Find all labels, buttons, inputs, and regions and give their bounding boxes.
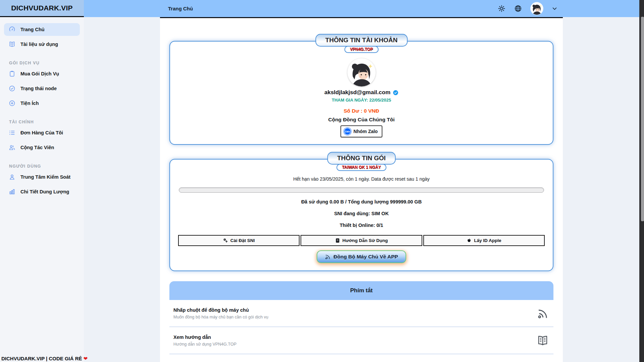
sidebar-item-cong-tac-vien[interactable]: Cộng Tác Viên: [4, 141, 80, 154]
package-card-badge: TAIWAN OK 1 NGÀY: [336, 164, 387, 171]
package-card-title: THÔNG TIN GÓI: [327, 152, 396, 165]
page-scrollbar: [639, 0, 644, 362]
sync-server-to-app-button[interactable]: Đồng Bộ Máy Chủ Về APP: [317, 250, 406, 263]
sidebar-item-label: Tài liệu sử dụng: [20, 42, 58, 47]
package-buttons-row: Cài Đặt SNI Hướng Dẫn Sử Dụng Lấy ID App…: [178, 235, 545, 246]
sidebar-item-don-hang[interactable]: Đơn Hàng Của Tôi: [4, 126, 80, 139]
shortcut-view-guide[interactable]: Xem hướng dẫn Hướng dẫn sử dụng VPN4G.TO…: [169, 327, 553, 354]
open-book-icon: [537, 335, 549, 347]
sidebar-item-label: Đơn Hàng Của Tôi: [20, 130, 63, 135]
page-title: Trang Chủ: [168, 6, 193, 11]
account-card-badge: VPN4G.TOP: [344, 46, 378, 53]
community-label: Cộng Đồng Của Chúng Tôi: [179, 117, 543, 123]
sidebar: Trang Chủ Tài liệu sử dụng GÓI DỊCH VỤ M…: [0, 17, 84, 362]
set-sni-button[interactable]: Cài Đặt SNI: [178, 235, 300, 246]
settings-gear-icon[interactable]: [498, 5, 505, 12]
book-icon: [9, 41, 15, 48]
account-card-title: THÔNG TIN TÀI KHOẢN: [315, 34, 408, 47]
check-circle-icon: [9, 85, 15, 92]
sidebar-item-label: Cộng Tác Viên: [20, 145, 54, 150]
zalo-group-button[interactable]: Zalo Nhóm Zalo: [340, 125, 382, 137]
shortcuts-section: Phím tắt Nhấp chuột để đồng bộ máy chủ M…: [169, 281, 553, 362]
sidebar-item-trang-thai-node[interactable]: Trạng thái node: [4, 82, 80, 95]
account-joined-date: THAM GIA NGÀY: 22/05/2025: [179, 98, 543, 103]
manual-icon: [335, 238, 340, 243]
sidebar-item-label: Trang Chủ: [20, 27, 45, 32]
top-bar-actions: [498, 0, 557, 17]
sidebar-item-label: Trạng thái node: [20, 86, 57, 91]
apple-icon: [467, 238, 472, 243]
data-usage-progressbar: [179, 187, 544, 193]
package-info-card: THÔNG TIN GÓI TAIWAN OK 1 NGÀY Hết hạn v…: [169, 159, 553, 271]
chevron-down-icon[interactable]: [552, 6, 557, 11]
clipboard-icon: [9, 70, 15, 77]
account-balance: Số Dư : 0 VNĐ: [179, 108, 543, 114]
get-apple-id-button[interactable]: Lấy ID Apple: [423, 235, 545, 246]
person-icon: [9, 174, 15, 180]
sidebar-section-tai-chinh: TÀI CHÍNH: [9, 120, 75, 124]
speedometer-icon: [9, 26, 15, 33]
scrollbar-thumb[interactable]: [641, 17, 644, 221]
package-devices-text: Thiết bị Online: 0/1: [178, 223, 545, 228]
plus-circle-icon: [9, 100, 15, 107]
zalo-button-label: Nhóm Zalo: [354, 129, 378, 134]
rss-icon: [325, 254, 331, 260]
top-bar-main: Trang Chủ: [84, 0, 644, 17]
sidebar-item-tai-lieu[interactable]: Tài liệu sử dụng: [4, 38, 80, 51]
sidebar-footer: DICHVUDARK.VIP | CODE GIÁ RẺ ❤: [1, 356, 88, 362]
footer-text: DICHVUDARK.VIP | CODE GIÁ RẺ: [1, 356, 82, 361]
user-avatar[interactable]: [531, 2, 543, 15]
sidebar-item-chi-tiet-dung-luong[interactable]: Chi Tiết Dung Lượng: [4, 185, 80, 198]
usage-guide-button[interactable]: Hướng Dẫn Sử Dụng: [301, 235, 422, 246]
sidebar-item-label: Chi Tiết Dung Lượng: [20, 189, 69, 194]
sidebar-item-tien-ich[interactable]: Tiện Ích: [4, 97, 80, 110]
account-avatar: [347, 58, 376, 86]
shortcut-set-sni[interactable]: Cài Đặt SNI Cài đặt nhanh SNI của bạn ch…: [169, 354, 553, 362]
account-info-card: THÔNG TIN TÀI KHOẢN VPN4G.TOP aksldjlakj…: [169, 41, 553, 145]
page-column: THÔNG TIN TÀI KHOẢN VPN4G.TOP aksldjlakj…: [160, 17, 563, 362]
verified-badge-icon: [393, 90, 398, 96]
sidebar-item-trang-chu[interactable]: Trang Chủ: [4, 23, 80, 36]
package-usage-text: Đã sử dụng 0.00 B / Tổng dung lượng 9999…: [178, 199, 545, 204]
sidebar-item-label: Trung Tâm Kiểm Soát: [20, 174, 70, 180]
people-icon: [9, 144, 15, 151]
app-logo: DICHVUDARK.VIP: [0, 0, 84, 17]
shortcut-sync-server[interactable]: Nhấp chuột để đồng bộ máy chủ Muốn đồng …: [169, 300, 553, 327]
main-content: THÔNG TIN TÀI KHOẢN VPN4G.TOP aksldjlakj…: [84, 17, 644, 362]
rss-icon: [537, 307, 549, 319]
sidebar-section-goi-dich-vu: GÓI DỊCH VỤ: [9, 61, 75, 65]
account-email: aksldjlakjsd@gmail.com: [179, 89, 543, 96]
bar-chart-icon: [9, 188, 15, 195]
sidebar-item-label: Tiện Ích: [20, 101, 39, 106]
zalo-icon: Zalo: [344, 128, 351, 135]
language-globe-icon[interactable]: [514, 5, 522, 12]
gears-icon: [223, 238, 228, 243]
list-icon: [9, 129, 15, 136]
sidebar-item-label: Mua Gói Dịch Vụ: [20, 71, 59, 76]
shortcuts-header: Phím tắt: [169, 281, 553, 300]
package-sni-text: SNI đang dùng: SIM OK: [178, 211, 545, 216]
sidebar-section-nguoi-dung: NGƯỜI DÙNG: [9, 164, 75, 169]
top-bar: DICHVUDARK.VIP Trang Chủ: [0, 0, 644, 17]
sidebar-item-trung-tam-kiem-soat[interactable]: Trung Tâm Kiểm Soát: [4, 171, 80, 183]
sidebar-item-mua-goi[interactable]: Mua Gói Dịch Vụ: [4, 67, 80, 80]
package-expiry-text: Hết hạn vào 23/05/2025, còn 1 ngày. Data…: [178, 176, 545, 182]
